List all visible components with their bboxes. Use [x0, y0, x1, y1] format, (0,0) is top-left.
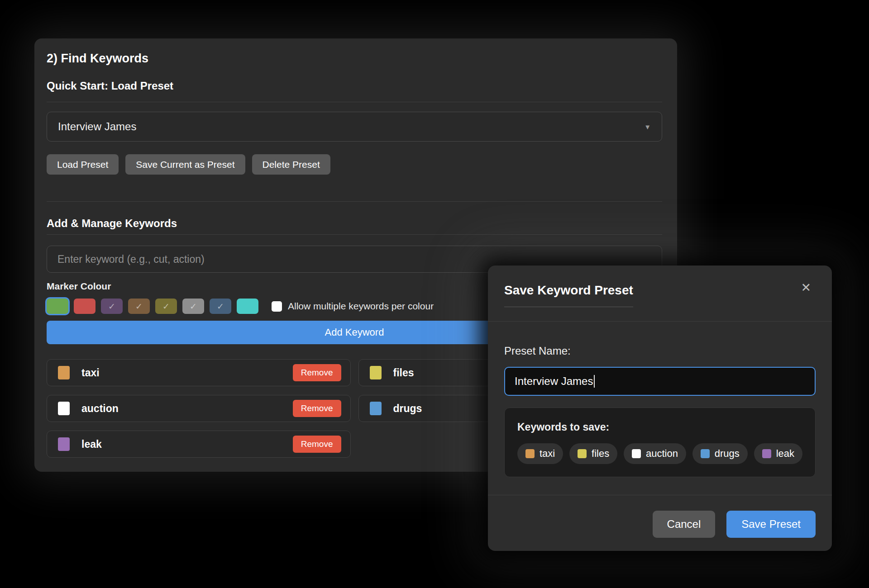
keyword-chip: leak	[754, 443, 802, 464]
colour-swatch[interactable]	[74, 299, 95, 314]
save-preset-button[interactable]: Save Preset	[726, 511, 816, 538]
chip-label: leak	[776, 448, 794, 460]
keywords-to-save-heading: Keywords to save:	[517, 421, 802, 433]
keyword-chips: taxi files auction drugs	[517, 443, 802, 464]
app-background: 2) Find Keywords Quick Start: Load Prese…	[0, 0, 869, 588]
check-icon: ✓	[162, 301, 170, 312]
chip-colour-swatch	[762, 449, 771, 458]
cancel-button[interactable]: Cancel	[653, 511, 716, 538]
chip-label: files	[592, 448, 609, 460]
chevron-down-icon: ▼	[644, 123, 651, 131]
divider	[47, 102, 662, 102]
chip-label: drugs	[715, 448, 740, 460]
check-icon: ✓	[190, 301, 197, 312]
keyword-chip: files	[569, 443, 617, 464]
keyword-chip: taxi	[517, 443, 563, 464]
preset-name-value: Interview James	[515, 375, 593, 388]
check-icon: ✓	[135, 301, 143, 312]
preset-select-value: Interview James	[58, 120, 136, 133]
keyword-colour-swatch	[370, 366, 382, 379]
remove-keyword-button[interactable]: Remove	[293, 364, 341, 381]
preset-name-label: Preset Name:	[504, 344, 816, 358]
text-cursor	[594, 375, 595, 388]
keyword-row: auction Remove	[47, 395, 351, 422]
quick-start-heading: Quick Start: Load Preset	[47, 79, 662, 92]
keyword-label: taxi	[81, 367, 100, 379]
keyword-label: auction	[81, 403, 119, 415]
keyword-row: taxi Remove	[47, 359, 351, 386]
keyword-label: files	[393, 367, 414, 379]
modal-body: Preset Name: Interview James Keywords to…	[488, 322, 832, 477]
keyword-colour-swatch	[370, 402, 382, 415]
colour-swatch-used[interactable]: ✓	[155, 299, 177, 314]
check-icon: ✓	[108, 301, 115, 312]
panel-title: 2) Find Keywords	[47, 51, 662, 66]
modal-header: Save Keyword Preset ✕	[488, 266, 832, 322]
keywords-to-save-card: Keywords to save: taxi files auction	[504, 408, 816, 477]
colour-swatch[interactable]	[237, 299, 258, 314]
save-current-as-preset-button[interactable]: Save Current as Preset	[125, 154, 245, 175]
colour-swatch-selected[interactable]	[47, 299, 68, 314]
keyword-colour-swatch	[58, 402, 70, 415]
delete-preset-button[interactable]: Delete Preset	[252, 154, 330, 175]
colour-swatch-used[interactable]: ✓	[101, 299, 123, 314]
chip-colour-swatch	[701, 449, 710, 458]
chip-colour-swatch	[632, 449, 641, 458]
chip-colour-swatch	[525, 449, 535, 458]
allow-multiple-checkbox[interactable]	[272, 301, 282, 312]
close-icon[interactable]: ✕	[801, 282, 811, 294]
preset-actions: Load Preset Save Current as Preset Delet…	[47, 154, 662, 175]
save-keyword-preset-modal: Save Keyword Preset ✕ Preset Name: Inter…	[488, 266, 832, 551]
keyword-label: leak	[81, 438, 102, 450]
chip-label: taxi	[540, 448, 555, 460]
keyword-row: leak Remove	[47, 431, 351, 458]
colour-swatch-used[interactable]: ✓	[182, 299, 204, 314]
modal-title: Save Keyword Preset	[504, 283, 633, 307]
remove-keyword-button[interactable]: Remove	[293, 400, 341, 417]
modal-footer: Cancel Save Preset	[488, 495, 832, 538]
divider	[47, 234, 662, 235]
manage-keywords-heading: Add & Manage Keywords	[47, 217, 662, 230]
keyword-chip: auction	[624, 443, 686, 464]
keyword-label: drugs	[393, 403, 422, 415]
allow-multiple-label: Allow multiple keywords per colour	[288, 301, 434, 312]
colour-swatch-used[interactable]: ✓	[210, 299, 231, 314]
keyword-colour-swatch	[58, 366, 70, 379]
chip-label: auction	[646, 448, 678, 460]
keyword-chip: drugs	[692, 443, 748, 464]
remove-keyword-button[interactable]: Remove	[293, 436, 341, 453]
chip-colour-swatch	[578, 449, 587, 458]
preset-name-input[interactable]: Interview James	[504, 367, 816, 396]
keyword-colour-swatch	[58, 437, 70, 451]
colour-swatch-used[interactable]: ✓	[128, 299, 150, 314]
preset-select[interactable]: Interview James ▼	[47, 112, 662, 142]
divider	[47, 201, 662, 202]
load-preset-button[interactable]: Load Preset	[47, 154, 119, 175]
check-icon: ✓	[217, 301, 224, 312]
